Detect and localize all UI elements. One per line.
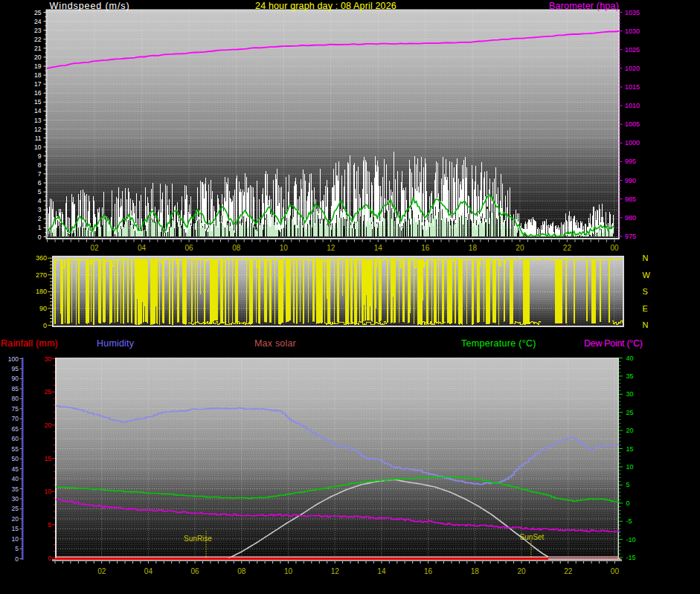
svg-text:12: 12: [327, 244, 335, 252]
svg-text:10: 10: [284, 567, 293, 575]
svg-text:18: 18: [34, 71, 42, 79]
svg-text:22: 22: [34, 36, 42, 43]
svg-text:9: 9: [38, 152, 42, 160]
svg-text:0: 0: [15, 555, 19, 563]
svg-text:15: 15: [45, 455, 52, 462]
svg-text:17: 17: [34, 80, 42, 88]
svg-text:Barometer (hpa): Barometer (hpa): [549, 1, 619, 11]
svg-text:35: 35: [626, 372, 634, 380]
svg-text:1015: 1015: [625, 83, 640, 91]
svg-text:40: 40: [12, 475, 19, 482]
svg-text:Humidity: Humidity: [97, 338, 135, 349]
svg-text:SunRise: SunRise: [184, 535, 212, 543]
svg-text:14: 14: [377, 567, 386, 575]
svg-text:45: 45: [12, 465, 19, 473]
svg-text:4: 4: [38, 197, 42, 204]
svg-text:270: 270: [36, 271, 47, 279]
svg-text:18: 18: [469, 244, 478, 252]
svg-text:-10: -10: [626, 536, 636, 543]
svg-text:16: 16: [34, 89, 42, 97]
svg-text:40: 40: [626, 355, 634, 362]
svg-text:06: 06: [191, 567, 200, 575]
svg-text:65: 65: [12, 425, 19, 433]
svg-text:30: 30: [45, 355, 52, 363]
svg-text:04: 04: [144, 567, 153, 575]
svg-text:985: 985: [625, 196, 636, 203]
svg-text:0: 0: [38, 233, 42, 241]
svg-text:1035: 1035: [625, 9, 640, 16]
svg-text:00: 00: [610, 244, 619, 252]
svg-text:2: 2: [38, 215, 42, 222]
svg-text:995: 995: [625, 158, 636, 165]
svg-text:02: 02: [97, 567, 106, 575]
svg-text:15: 15: [626, 445, 634, 453]
svg-text:30: 30: [12, 495, 19, 503]
svg-text:8: 8: [38, 161, 42, 169]
svg-text:5: 5: [626, 481, 630, 488]
svg-text:1: 1: [38, 224, 42, 231]
svg-text:13: 13: [34, 117, 42, 124]
svg-text:25: 25: [12, 505, 19, 512]
svg-text:00: 00: [611, 567, 620, 575]
svg-text:20: 20: [34, 54, 42, 61]
svg-text:10: 10: [12, 535, 19, 543]
svg-text:E: E: [643, 304, 648, 313]
svg-text:975: 975: [625, 233, 636, 240]
svg-text:04: 04: [138, 244, 147, 252]
svg-text:1000: 1000: [625, 139, 640, 146]
svg-text:20: 20: [12, 515, 19, 523]
svg-text:W: W: [643, 271, 651, 280]
svg-text:25: 25: [45, 388, 52, 396]
svg-text:22: 22: [564, 567, 573, 575]
svg-text:20: 20: [516, 244, 524, 252]
svg-text:990: 990: [625, 177, 636, 184]
svg-text:19: 19: [34, 62, 42, 70]
svg-text:5: 5: [48, 521, 51, 529]
svg-text:25: 25: [626, 409, 634, 416]
svg-text:SunSet: SunSet: [520, 533, 545, 541]
svg-text:100: 100: [8, 355, 19, 363]
svg-text:10: 10: [45, 488, 52, 495]
svg-text:20: 20: [626, 427, 634, 434]
svg-text:N: N: [643, 254, 649, 262]
svg-text:Dew Point (°C): Dew Point (°C): [584, 338, 643, 349]
svg-text:0: 0: [48, 555, 51, 562]
svg-text:75: 75: [12, 405, 19, 413]
svg-text:12: 12: [34, 126, 42, 133]
svg-text:18: 18: [471, 567, 480, 575]
svg-text:02: 02: [90, 244, 99, 252]
svg-text:50: 50: [12, 455, 19, 462]
svg-text:15: 15: [34, 98, 42, 106]
svg-text:15: 15: [12, 525, 19, 532]
svg-text:7: 7: [38, 170, 42, 178]
svg-text:Temperature (°C): Temperature (°C): [461, 338, 536, 349]
svg-text:30: 30: [626, 390, 634, 398]
svg-text:22: 22: [563, 244, 572, 252]
svg-text:-5: -5: [626, 517, 632, 525]
svg-text:95: 95: [12, 365, 19, 372]
svg-text:S: S: [643, 287, 648, 296]
svg-text:85: 85: [12, 385, 19, 393]
svg-text:980: 980: [625, 214, 636, 222]
svg-text:14: 14: [34, 107, 42, 114]
svg-text:3: 3: [38, 206, 42, 213]
svg-text:25: 25: [34, 9, 42, 16]
svg-text:20: 20: [517, 567, 526, 575]
svg-text:12: 12: [331, 567, 340, 575]
svg-text:1010: 1010: [625, 102, 640, 109]
svg-text:0: 0: [626, 500, 630, 507]
svg-text:0: 0: [43, 322, 47, 329]
svg-text:11: 11: [35, 135, 42, 142]
svg-text:24 hour graph day : 08 April 2: 24 hour graph day : 08 April 2026: [255, 1, 396, 11]
svg-text:70: 70: [12, 415, 19, 422]
svg-text:21: 21: [34, 45, 42, 52]
svg-text:90: 90: [39, 305, 47, 312]
svg-text:1020: 1020: [625, 65, 640, 72]
svg-text:1030: 1030: [625, 28, 640, 35]
svg-text:20: 20: [45, 422, 52, 429]
svg-text:35: 35: [12, 485, 19, 493]
svg-text:90: 90: [12, 375, 19, 382]
svg-text:1005: 1005: [625, 120, 640, 128]
svg-text:180: 180: [36, 288, 47, 295]
svg-text:08: 08: [232, 244, 241, 252]
